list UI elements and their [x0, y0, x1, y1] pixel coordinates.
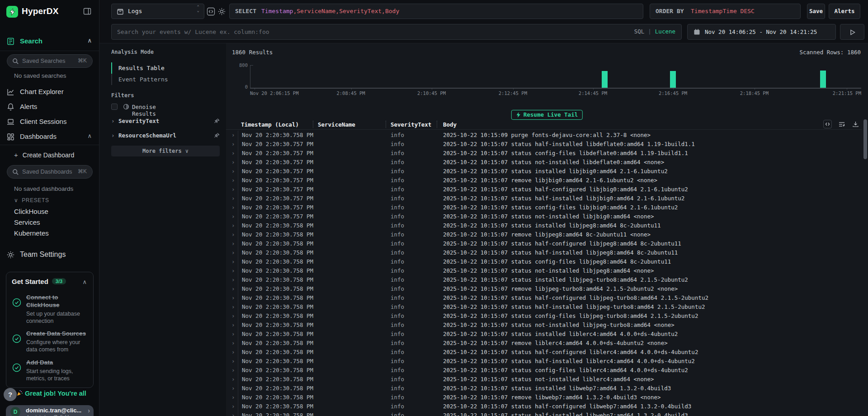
row-expand-chevron[interactable]: › [231, 375, 235, 384]
saved-searches-input[interactable]: Saved Searches ⌘K [7, 54, 93, 68]
histogram-bar[interactable] [670, 71, 676, 88]
table-row[interactable]: › Nov 20 2:20:30.758 PM info 2025-10-22 … [226, 411, 862, 416]
row-expand-chevron[interactable]: › [231, 149, 235, 158]
get-started-header[interactable]: Get Started3/3 ∧ [12, 278, 88, 288]
table-row[interactable]: › Nov 20 2:20:30.757 PM info 2025-10-22 … [226, 203, 862, 212]
table-row[interactable]: › Nov 20 2:20:30.758 PM info 2025-10-22 … [226, 248, 862, 257]
mode-results-table[interactable]: Results Table [111, 62, 211, 74]
hyperdx-logo-icon[interactable] [6, 6, 18, 18]
table-row[interactable]: › Nov 20 2:20:30.758 PM info 2025-10-22 … [226, 275, 862, 284]
table-row[interactable]: › Nov 20 2:20:30.758 PM info 2025-10-22 … [226, 293, 862, 303]
sidebar-item-client-sessions[interactable]: Client Sessions [0, 116, 99, 128]
row-expand-chevron[interactable]: › [231, 402, 235, 411]
row-expand-chevron[interactable]: › [231, 176, 235, 185]
column-header-timestamp[interactable]: Timestamp (Local) [241, 121, 299, 128]
filter-group-resourceschemaurl[interactable]: › ResourceSchemaUrl [111, 132, 220, 140]
column-resize-handle[interactable] [386, 121, 386, 128]
table-row[interactable]: › Nov 20 2:20:30.758 PM info 2025-10-22 … [226, 366, 862, 375]
row-expand-chevron[interactable]: › [231, 239, 235, 248]
sidebar-item-alerts[interactable]: Alerts [0, 101, 99, 113]
column-header-body[interactable]: Body [443, 121, 457, 128]
row-expand-chevron[interactable]: › [231, 348, 235, 357]
table-row[interactable]: › Nov 20 2:20:30.757 PM info 2025-10-22 … [226, 212, 862, 221]
table-row[interactable]: › Nov 20 2:20:30.758 PM info 2025-10-22 … [226, 357, 862, 366]
table-row[interactable]: › Nov 20 2:20:30.758 PM info 2025-10-22 … [226, 339, 862, 348]
row-expand-chevron[interactable]: › [231, 131, 235, 140]
table-row[interactable]: › Nov 20 2:20:30.758 PM info 2025-10-22 … [226, 402, 862, 411]
table-row[interactable]: › Nov 20 2:20:30.757 PM info 2025-10-22 … [226, 140, 862, 149]
table-row[interactable]: › Nov 20 2:20:30.758 PM info 2025-10-22 … [226, 312, 862, 321]
table-row[interactable]: › Nov 20 2:20:30.758 PM info 2025-10-22 … [226, 303, 862, 312]
table-row[interactable]: › Nov 20 2:20:30.758 PM info 2025-10-22 … [226, 257, 862, 266]
wrap-lines-icon[interactable] [838, 121, 845, 128]
saved-dashboards-input[interactable]: Saved Dashboards ⌘K [7, 165, 93, 179]
table-row[interactable]: › Nov 20 2:20:30.758 PM info 2025-10-22 … [226, 384, 862, 393]
vertical-scrollbar[interactable] [863, 119, 867, 159]
help-button[interactable]: ? [4, 388, 17, 401]
search-input[interactable] [111, 24, 682, 40]
row-expand-chevron[interactable]: › [231, 284, 235, 293]
column-resize-handle[interactable] [313, 121, 313, 128]
source-select[interactable]: Logs ⌃⌄ [111, 4, 204, 19]
preset-kubernetes[interactable]: Kubernetes [14, 229, 49, 237]
column-resize-handle[interactable] [437, 121, 437, 128]
row-expand-chevron[interactable]: › [231, 393, 235, 402]
row-expand-chevron[interactable]: › [231, 257, 235, 266]
row-expand-chevron[interactable]: › [231, 384, 235, 393]
row-expand-chevron[interactable]: › [231, 221, 235, 230]
lucene-toggle[interactable]: Lucene [655, 28, 675, 35]
table-row[interactable]: › Nov 20 2:20:30.758 PM info 2025-10-22 … [226, 230, 862, 239]
table-row[interactable]: › Nov 20 2:20:30.758 PM info 2025-10-22 … [226, 284, 862, 293]
chevron-up-icon[interactable]: ∧ [87, 132, 92, 139]
column-header-servicename[interactable]: ServiceName [318, 121, 355, 128]
row-expand-chevron[interactable]: › [231, 357, 235, 366]
preset-services[interactable]: Services [14, 218, 40, 226]
get-started-step-sources[interactable]: Create Data Sources Configure where your… [12, 330, 88, 353]
row-expand-chevron[interactable]: › [231, 212, 235, 221]
table-row[interactable]: › Nov 20 2:20:30.758 PM info 2025-10-22 … [226, 393, 862, 402]
row-expand-chevron[interactable]: › [231, 330, 235, 339]
mode-event-patterns[interactable]: Event Patterns [111, 74, 211, 85]
row-expand-chevron[interactable]: › [231, 158, 235, 167]
sidebar-item-chart-explorer[interactable]: Chart Explorer [0, 86, 99, 99]
sql-mode-icon-button[interactable] [207, 7, 215, 16]
sidebar-item-search[interactable]: Search ∧ [0, 35, 99, 48]
table-row[interactable]: › Nov 20 2:20:30.758 PM info 2025-10-22 … [226, 348, 862, 357]
pin-icon[interactable] [214, 132, 220, 138]
column-header-severitytext[interactable]: SeverityText [391, 121, 431, 128]
chevron-up-icon[interactable]: ∧ [87, 37, 92, 44]
row-expand-chevron[interactable]: › [231, 266, 235, 275]
chevron-up-icon[interactable]: ∧ [82, 279, 87, 285]
get-started-step-add-data[interactable]: Add Data Start sending logs, metrics, or… [12, 359, 88, 382]
table-row[interactable]: › Nov 20 2:20:30.757 PM info 2025-10-22 … [226, 149, 862, 158]
presets-header[interactable]: ∨ PRESETS [14, 197, 49, 203]
download-icon[interactable] [852, 121, 859, 128]
preset-clickhouse[interactable]: ClickHouse [14, 208, 48, 215]
table-row[interactable]: › Nov 20 2:20:30.758 PM info 2025-10-22 … [226, 375, 862, 384]
histogram-bar[interactable] [820, 71, 826, 88]
table-row[interactable]: › Nov 20 2:20:30.758 PM info 2025-10-22 … [226, 221, 862, 230]
table-row[interactable]: › Nov 20 2:20:30.758 PM info 2025-10-22 … [226, 330, 862, 339]
row-expand-chevron[interactable]: › [231, 167, 235, 176]
row-expand-chevron[interactable]: › [231, 293, 235, 303]
row-expand-chevron[interactable]: › [231, 194, 235, 203]
table-row[interactable]: › Nov 20 2:20:30.757 PM info 2025-10-22 … [226, 167, 862, 176]
pin-icon[interactable] [214, 118, 220, 124]
view-source-icon[interactable] [823, 120, 832, 128]
run-query-button[interactable] [840, 24, 864, 40]
row-expand-chevron[interactable]: › [231, 366, 235, 375]
more-filters-button[interactable]: More filters∨ [111, 146, 220, 156]
order-by-input[interactable]: ORDER BY TimestampTime DESC [650, 4, 801, 19]
results-histogram[interactable] [250, 65, 861, 89]
sidebar-collapse-icon[interactable] [83, 7, 93, 17]
get-started-step-connect[interactable]: Connect to ClickHouse Set up your databa… [12, 294, 88, 325]
row-expand-chevron[interactable]: › [231, 248, 235, 257]
row-expand-chevron[interactable]: › [231, 185, 235, 194]
row-expand-chevron[interactable]: › [231, 339, 235, 348]
resume-live-tail-button[interactable]: Resume Live Tail [511, 110, 583, 120]
query-settings-gear-icon[interactable] [217, 7, 226, 16]
table-row[interactable]: › Nov 20 2:20:30.757 PM info 2025-10-22 … [226, 194, 862, 203]
user-menu[interactable]: D dominic.tran@clic... dominic.tran@clic… [6, 405, 94, 416]
table-row[interactable]: › Nov 20 2:20:30.758 PM info 2025-10-22 … [226, 266, 862, 275]
histogram-bar[interactable] [602, 71, 608, 88]
